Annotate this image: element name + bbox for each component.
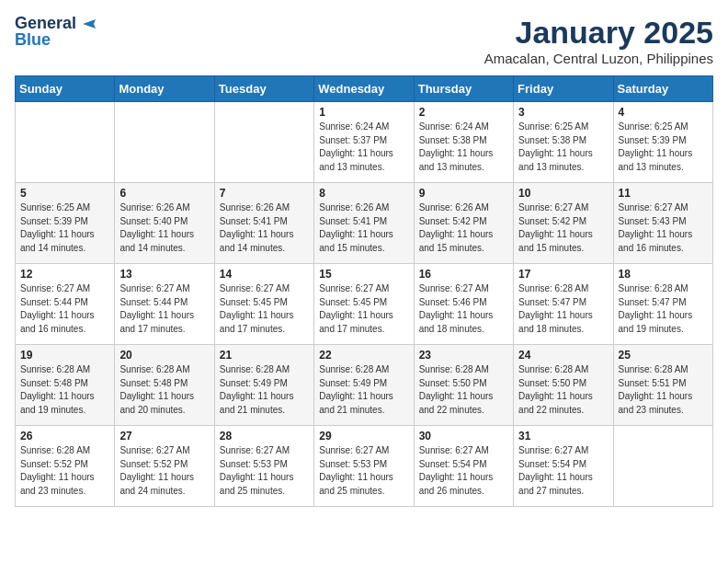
month-title: January 2025 (484, 15, 713, 51)
calendar-header-row: SundayMondayTuesdayWednesdayThursdayFrid… (16, 76, 713, 102)
day-info: Sunrise: 6:28 AM Sunset: 5:49 PM Dayligh… (220, 363, 309, 417)
calendar-cell: 25Sunrise: 6:28 AM Sunset: 5:51 PM Dayli… (613, 345, 712, 426)
calendar-cell: 5Sunrise: 6:25 AM Sunset: 5:39 PM Daylig… (16, 183, 115, 264)
calendar-cell: 9Sunrise: 6:26 AM Sunset: 5:42 PM Daylig… (414, 183, 513, 264)
day-info: Sunrise: 6:27 AM Sunset: 5:44 PM Dayligh… (20, 282, 109, 336)
day-info: Sunrise: 6:27 AM Sunset: 5:53 PM Dayligh… (319, 444, 408, 498)
col-header-thursday: Thursday (414, 76, 513, 102)
day-number: 14 (220, 268, 309, 281)
calendar-cell: 13Sunrise: 6:27 AM Sunset: 5:44 PM Dayli… (115, 264, 214, 345)
day-number: 28 (220, 430, 309, 442)
page-header: General Blue January 2025 Amacalan, Cent… (15, 15, 713, 66)
day-number: 12 (20, 268, 109, 281)
calendar-cell: 6Sunrise: 6:26 AM Sunset: 5:40 PM Daylig… (115, 183, 214, 264)
day-number: 7 (220, 187, 309, 200)
calendar-cell: 18Sunrise: 6:28 AM Sunset: 5:47 PM Dayli… (613, 264, 712, 345)
calendar-cell: 20Sunrise: 6:28 AM Sunset: 5:48 PM Dayli… (115, 345, 214, 426)
calendar-cell: 15Sunrise: 6:27 AM Sunset: 5:45 PM Dayli… (314, 264, 414, 345)
day-info: Sunrise: 6:27 AM Sunset: 5:42 PM Dayligh… (518, 201, 608, 255)
day-info: Sunrise: 6:27 AM Sunset: 5:45 PM Dayligh… (220, 282, 309, 336)
day-info: Sunrise: 6:28 AM Sunset: 5:47 PM Dayligh… (619, 282, 708, 336)
calendar-cell: 2Sunrise: 6:24 AM Sunset: 5:38 PM Daylig… (414, 102, 513, 183)
calendar-cell: 22Sunrise: 6:28 AM Sunset: 5:49 PM Dayli… (314, 345, 414, 426)
day-number: 31 (518, 430, 608, 442)
calendar-cell: 30Sunrise: 6:27 AM Sunset: 5:54 PM Dayli… (414, 426, 513, 507)
day-info: Sunrise: 6:28 AM Sunset: 5:52 PM Dayligh… (20, 444, 109, 498)
calendar-cell (214, 102, 313, 183)
location: Amacalan, Central Luzon, Philippines (484, 51, 713, 66)
day-number: 30 (419, 430, 508, 442)
day-number: 2 (419, 106, 508, 119)
week-row-3: 12Sunrise: 6:27 AM Sunset: 5:44 PM Dayli… (16, 264, 713, 345)
day-info: Sunrise: 6:24 AM Sunset: 5:38 PM Dayligh… (419, 121, 508, 174)
day-number: 16 (419, 268, 508, 281)
day-number: 8 (319, 187, 408, 200)
calendar-cell: 26Sunrise: 6:28 AM Sunset: 5:52 PM Dayli… (16, 426, 115, 507)
logo: General Blue (15, 15, 97, 50)
day-info: Sunrise: 6:25 AM Sunset: 5:38 PM Dayligh… (518, 121, 608, 174)
day-number: 17 (518, 268, 608, 281)
day-number: 5 (20, 187, 109, 200)
calendar-cell: 10Sunrise: 6:27 AM Sunset: 5:42 PM Dayli… (514, 183, 613, 264)
calendar-cell: 17Sunrise: 6:28 AM Sunset: 5:47 PM Dayli… (514, 264, 613, 345)
day-info: Sunrise: 6:27 AM Sunset: 5:52 PM Dayligh… (119, 444, 209, 498)
day-info: Sunrise: 6:28 AM Sunset: 5:49 PM Dayligh… (319, 363, 408, 417)
day-number: 22 (319, 349, 408, 362)
col-header-sunday: Sunday (16, 76, 115, 102)
calendar-cell: 28Sunrise: 6:27 AM Sunset: 5:53 PM Dayli… (214, 426, 313, 507)
day-number: 3 (518, 106, 608, 119)
calendar-cell: 7Sunrise: 6:26 AM Sunset: 5:41 PM Daylig… (214, 183, 313, 264)
week-row-1: 1Sunrise: 6:24 AM Sunset: 5:37 PM Daylig… (16, 102, 713, 183)
calendar-cell: 16Sunrise: 6:27 AM Sunset: 5:46 PM Dayli… (414, 264, 513, 345)
day-info: Sunrise: 6:26 AM Sunset: 5:41 PM Dayligh… (220, 201, 309, 255)
day-number: 19 (20, 349, 109, 362)
day-number: 24 (518, 349, 608, 362)
day-info: Sunrise: 6:26 AM Sunset: 5:40 PM Dayligh… (119, 201, 209, 255)
day-info: Sunrise: 6:26 AM Sunset: 5:41 PM Dayligh… (319, 201, 408, 255)
day-number: 29 (319, 430, 408, 442)
day-info: Sunrise: 6:27 AM Sunset: 5:53 PM Dayligh… (220, 444, 309, 498)
calendar-cell: 29Sunrise: 6:27 AM Sunset: 5:53 PM Dayli… (314, 426, 414, 507)
day-number: 26 (20, 430, 109, 442)
day-info: Sunrise: 6:25 AM Sunset: 5:39 PM Dayligh… (619, 121, 708, 174)
calendar-cell: 4Sunrise: 6:25 AM Sunset: 5:39 PM Daylig… (613, 102, 712, 183)
calendar-cell: 31Sunrise: 6:27 AM Sunset: 5:54 PM Dayli… (514, 426, 613, 507)
calendar-cell: 12Sunrise: 6:27 AM Sunset: 5:44 PM Dayli… (16, 264, 115, 345)
calendar-cell: 11Sunrise: 6:27 AM Sunset: 5:43 PM Dayli… (613, 183, 712, 264)
col-header-saturday: Saturday (613, 76, 712, 102)
day-info: Sunrise: 6:28 AM Sunset: 5:48 PM Dayligh… (119, 363, 209, 417)
calendar-cell: 24Sunrise: 6:28 AM Sunset: 5:50 PM Dayli… (514, 345, 613, 426)
calendar-cell: 19Sunrise: 6:28 AM Sunset: 5:48 PM Dayli… (16, 345, 115, 426)
day-number: 6 (119, 187, 209, 200)
day-number: 25 (619, 349, 708, 362)
day-info: Sunrise: 6:25 AM Sunset: 5:39 PM Dayligh… (20, 201, 109, 255)
day-info: Sunrise: 6:27 AM Sunset: 5:54 PM Dayligh… (518, 444, 608, 498)
day-info: Sunrise: 6:27 AM Sunset: 5:46 PM Dayligh… (419, 282, 508, 336)
day-number: 20 (119, 349, 209, 362)
day-number: 10 (518, 187, 608, 200)
title-block: January 2025 Amacalan, Central Luzon, Ph… (484, 15, 713, 66)
calendar-cell: 1Sunrise: 6:24 AM Sunset: 5:37 PM Daylig… (314, 102, 414, 183)
day-info: Sunrise: 6:28 AM Sunset: 5:51 PM Dayligh… (619, 363, 708, 417)
day-info: Sunrise: 6:26 AM Sunset: 5:42 PM Dayligh… (419, 201, 508, 255)
day-number: 23 (419, 349, 508, 362)
col-header-tuesday: Tuesday (214, 76, 313, 102)
calendar-cell: 21Sunrise: 6:28 AM Sunset: 5:49 PM Dayli… (214, 345, 313, 426)
day-number: 15 (319, 268, 408, 281)
calendar-table: SundayMondayTuesdayWednesdayThursdayFrid… (15, 75, 713, 507)
week-row-5: 26Sunrise: 6:28 AM Sunset: 5:52 PM Dayli… (16, 426, 713, 507)
calendar-cell (16, 102, 115, 183)
calendar-cell: 27Sunrise: 6:27 AM Sunset: 5:52 PM Dayli… (115, 426, 214, 507)
calendar-cell: 14Sunrise: 6:27 AM Sunset: 5:45 PM Dayli… (214, 264, 313, 345)
day-number: 27 (119, 430, 209, 442)
day-info: Sunrise: 6:28 AM Sunset: 5:47 PM Dayligh… (518, 282, 608, 336)
week-row-4: 19Sunrise: 6:28 AM Sunset: 5:48 PM Dayli… (16, 345, 713, 426)
week-row-2: 5Sunrise: 6:25 AM Sunset: 5:39 PM Daylig… (16, 183, 713, 264)
calendar-cell: 3Sunrise: 6:25 AM Sunset: 5:38 PM Daylig… (514, 102, 613, 183)
calendar-cell: 8Sunrise: 6:26 AM Sunset: 5:41 PM Daylig… (314, 183, 414, 264)
day-number: 18 (619, 268, 708, 281)
day-info: Sunrise: 6:28 AM Sunset: 5:50 PM Dayligh… (419, 363, 508, 417)
day-info: Sunrise: 6:27 AM Sunset: 5:44 PM Dayligh… (119, 282, 209, 336)
col-header-wednesday: Wednesday (314, 76, 414, 102)
day-info: Sunrise: 6:24 AM Sunset: 5:37 PM Dayligh… (319, 121, 408, 174)
